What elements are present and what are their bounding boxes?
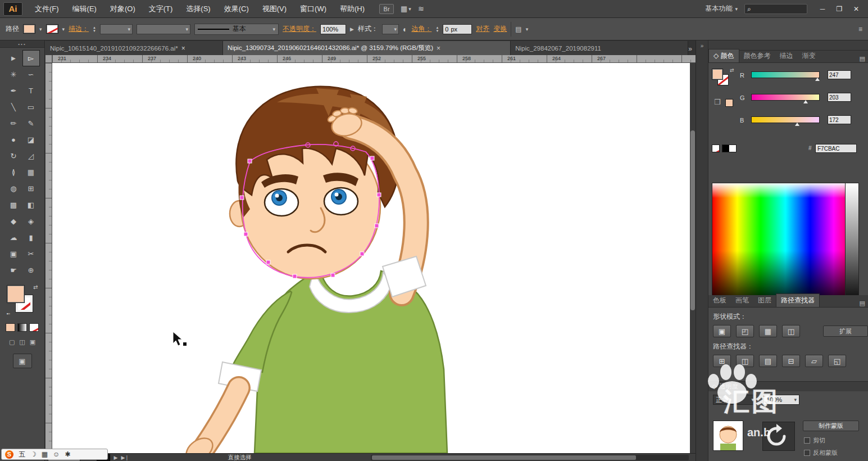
opacity-link[interactable]: 不透明度： (283, 24, 316, 34)
document-tab[interactable]: Nipic_10615140_2019102109232266676.ai*× (46, 41, 223, 55)
restore-button[interactable]: ❐ (831, 2, 848, 16)
rectangle-tool[interactable]: ▭ (22, 99, 40, 115)
stroke-weight-stepper[interactable]: ▲▼ (93, 26, 96, 33)
direct-selection-tool[interactable]: ▻ (22, 50, 40, 66)
vertical-scrollbar-thumb[interactable] (690, 130, 695, 310)
menu-item[interactable]: 选择(S) (179, 0, 217, 18)
trim-button[interactable]: ◫ (736, 355, 754, 367)
ime-keyboard-icon[interactable]: ▦ (42, 450, 48, 458)
channel-slider[interactable] (751, 116, 820, 123)
menu-item[interactable]: 文字(T) (142, 0, 180, 18)
blob-brush-tool[interactable]: ● (5, 132, 22, 148)
none-swatch[interactable] (712, 144, 720, 152)
none-mode-button[interactable] (29, 323, 39, 332)
minimize-button[interactable]: ─ (814, 2, 831, 16)
width-tool[interactable]: ≬ (5, 164, 22, 180)
panel-menu-icon[interactable]: ▤ (860, 55, 868, 62)
line-segment-tool[interactable]: ╲ (5, 99, 22, 115)
menu-item[interactable]: 视图(V) (256, 0, 293, 18)
corner-stepper[interactable]: ▲▼ (435, 26, 439, 33)
color-spectrum[interactable] (712, 183, 859, 306)
scale-tool[interactable]: ◿ (22, 148, 40, 164)
perspective-grid-tool[interactable]: ⊞ (22, 180, 40, 197)
expand-button[interactable]: 扩展 (823, 326, 868, 337)
tab-overflow-icon[interactable]: » (688, 45, 696, 55)
menu-item[interactable]: 帮助(H) (333, 0, 371, 18)
menu-item[interactable]: 窗口(W) (293, 0, 333, 18)
bridge-button[interactable]: Br (379, 4, 394, 14)
menu-item[interactable]: 文件(F) (28, 0, 66, 18)
workspace-switcher[interactable]: 基本功能 ▾ (705, 4, 738, 13)
pen-tool[interactable]: ✒ (5, 83, 22, 99)
stroke-profile-dropdown[interactable]: ▾ (137, 24, 190, 34)
chevron-right-icon[interactable]: ▶ (350, 26, 354, 32)
hand-tool[interactable]: ☛ (5, 262, 22, 278)
tab-close-icon[interactable]: × (437, 44, 440, 52)
menu-item[interactable]: 对象(O) (103, 0, 142, 18)
symbol-sprayer-tool[interactable]: ☁ (5, 229, 22, 246)
hex-field[interactable]: F7CBAC (815, 144, 857, 153)
screen-mode-normal-icon[interactable]: ▢ (9, 338, 15, 346)
ime-logo[interactable]: S (5, 450, 13, 459)
vertical-scrollbar[interactable] (690, 63, 696, 453)
panel-tab-渐变[interactable]: 渐变 (798, 49, 820, 62)
mesh-tool[interactable]: ▩ (5, 197, 22, 213)
stroke-color-swatch[interactable] (46, 24, 58, 34)
free-transform-tool[interactable]: ▦ (22, 164, 40, 180)
channel-slider-thumb[interactable] (815, 78, 820, 81)
lasso-tool[interactable]: ∽ (22, 66, 40, 83)
search-input[interactable] (753, 6, 803, 12)
horizontal-scrollbar-thumb[interactable] (372, 455, 636, 460)
merge-button[interactable]: ▤ (759, 355, 777, 367)
magic-wand-tool[interactable]: ✳ (5, 66, 22, 83)
paintbrush-tool[interactable]: ✏ (5, 115, 22, 132)
ime-moon-icon[interactable]: ☽ (30, 450, 37, 458)
ruler-corner[interactable] (46, 55, 52, 63)
channel-slider[interactable] (751, 94, 820, 101)
eyedropper-tool[interactable]: ◆ (5, 213, 22, 229)
collapsed-panel-icon[interactable]: ▣ (13, 354, 32, 368)
brush-definition-dropdown[interactable]: 基本 ▾ (194, 24, 279, 35)
slice-tool[interactable]: ✂ (22, 246, 40, 262)
gradient-tool[interactable]: ◧ (22, 197, 40, 213)
shape-builder-tool[interactable]: ◍ (5, 180, 22, 197)
arrange-documents-icon[interactable]: ▦ ▾ (401, 4, 411, 13)
channel-slider-thumb[interactable] (803, 100, 808, 103)
color-mode-button[interactable] (6, 323, 15, 332)
ime-settings-icon[interactable]: ✱ (65, 450, 70, 458)
opacity-field[interactable]: 100% (320, 24, 346, 34)
exclude-button[interactable]: ◫ (782, 325, 800, 337)
panel-tab-色板[interactable]: 色板 (708, 294, 731, 307)
invert-mask-checkbox[interactable] (804, 450, 810, 456)
minus-back-button[interactable]: ◱ (828, 355, 846, 367)
channel-value-field[interactable]: 203 (828, 93, 851, 102)
unite-button[interactable]: ▣ (713, 325, 731, 337)
blend-tool[interactable]: ◈ (22, 213, 40, 229)
panel-tab-颜色参考[interactable]: 颜色参考 (739, 49, 775, 62)
swap-fill-stroke-icon[interactable]: ⇄ (33, 284, 38, 290)
tab-close-icon[interactable]: × (181, 44, 185, 52)
channel-value-field[interactable]: 172 (828, 115, 851, 124)
next-artboard-icon[interactable]: ▶ (113, 455, 117, 460)
options-overflow-icon[interactable]: ≡ (858, 25, 862, 33)
white-swatch[interactable] (729, 144, 737, 152)
ime-toolbar[interactable]: S 五 ☽ ▦ ☺ ✱ (1, 449, 108, 460)
corner-link[interactable]: 边角： (411, 24, 431, 34)
transparency-opacity-field[interactable]: 100% ▾ (764, 395, 799, 405)
rotate-tool[interactable]: ↻ (5, 148, 22, 164)
ime-user-icon[interactable]: ☺ (53, 450, 60, 458)
pencil-tool[interactable]: ✎ (22, 115, 40, 132)
eraser-tool[interactable]: ◪ (22, 132, 40, 148)
horizontal-scrollbar[interactable] (371, 455, 689, 460)
default-fill-stroke-icon[interactable]: ▪▫ (7, 311, 10, 317)
object-thumbnail[interactable] (713, 421, 743, 451)
panel-tab-路径查找器[interactable]: 路径查找器 (776, 293, 820, 307)
type-tool[interactable]: T (22, 83, 40, 99)
intersect-button[interactable]: ▦ (759, 325, 777, 337)
corner-field[interactable]: 0 px (443, 24, 472, 34)
canvas-artboard[interactable] (52, 63, 696, 453)
channel-value-field[interactable]: 247 (828, 70, 851, 79)
clip-checkbox[interactable] (804, 437, 810, 444)
ime-mode-label[interactable]: 五 (19, 450, 25, 459)
document-tab[interactable]: Nipic_29842067_2019082911 (511, 41, 688, 55)
